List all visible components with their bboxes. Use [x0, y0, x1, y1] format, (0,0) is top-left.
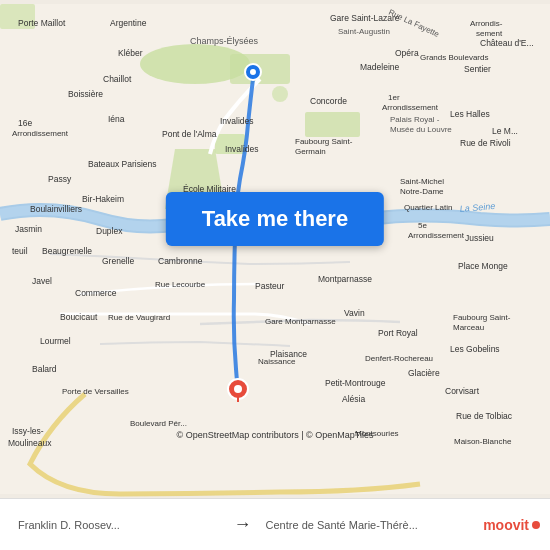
svg-text:Port Royal: Port Royal [378, 328, 418, 338]
svg-text:Balard: Balard [32, 364, 57, 374]
svg-text:Les Halles: Les Halles [450, 109, 490, 119]
svg-text:Porte de Versailles: Porte de Versailles [62, 387, 129, 396]
svg-text:5e: 5e [418, 221, 427, 230]
svg-text:Les Gobelins: Les Gobelins [450, 344, 500, 354]
svg-text:Musée du Louvre: Musée du Louvre [390, 125, 452, 134]
svg-text:Marceau: Marceau [453, 323, 484, 332]
svg-text:Palais Royal -: Palais Royal - [390, 115, 440, 124]
svg-point-12 [234, 385, 242, 393]
svg-text:Arrondis-: Arrondis- [470, 19, 503, 28]
svg-text:Grenelle: Grenelle [102, 256, 134, 266]
svg-text:Corvisart: Corvisart [445, 386, 480, 396]
svg-text:Boucicaut: Boucicaut [60, 312, 98, 322]
footer-from: Franklin D. Roosev... [10, 519, 228, 531]
svg-text:Concorde: Concorde [310, 96, 347, 106]
svg-rect-3 [305, 112, 360, 137]
svg-text:Invalides: Invalides [225, 144, 259, 154]
svg-text:Commerce: Commerce [75, 288, 117, 298]
svg-text:Rue de Rivoli: Rue de Rivoli [460, 138, 511, 148]
moovit-logo-container: moovit [475, 517, 540, 533]
svg-text:Rue de Vaugirard: Rue de Vaugirard [108, 313, 170, 322]
svg-text:Beaugrenelle: Beaugrenelle [42, 246, 92, 256]
svg-text:Jasmin: Jasmin [15, 224, 42, 234]
svg-text:Saint-Augustin: Saint-Augustin [338, 27, 390, 36]
svg-text:Faubourg Saint-: Faubourg Saint- [453, 313, 511, 322]
svg-text:Cambronne: Cambronne [158, 256, 203, 266]
moovit-dot [532, 521, 540, 529]
svg-text:Chaillot: Chaillot [103, 74, 132, 84]
svg-text:Notre-Dame: Notre-Dame [400, 187, 444, 196]
svg-text:Boulainvilliers: Boulainvilliers [30, 204, 82, 214]
svg-text:Lourmel: Lourmel [40, 336, 71, 346]
svg-text:Arrondissement: Arrondissement [408, 231, 465, 240]
svg-text:Opéra: Opéra [395, 48, 419, 58]
svg-text:Javel: Javel [32, 276, 52, 286]
svg-text:Alésia: Alésia [342, 394, 365, 404]
moovit-logo: moovit [483, 517, 540, 533]
svg-text:Jussieu: Jussieu [465, 233, 494, 243]
svg-text:Le M...: Le M... [492, 126, 518, 136]
svg-text:Madeleine: Madeleine [360, 62, 399, 72]
take-me-there-button[interactable]: Take me there [166, 192, 384, 246]
svg-text:sement: sement [476, 29, 503, 38]
to-destination: Centre de Santé Marie-Thérè... [266, 519, 468, 531]
map-area: La Seine [0, 0, 550, 498]
svg-text:Invalides: Invalides [220, 116, 254, 126]
svg-text:Rue de Tolbiac: Rue de Tolbiac [456, 411, 513, 421]
svg-text:Boissière: Boissière [68, 89, 103, 99]
svg-text:teuil: teuil [12, 246, 28, 256]
svg-text:Boulevard Pér...: Boulevard Pér... [130, 419, 187, 428]
footer-arrow: → [228, 514, 258, 535]
svg-text:Arrondissement: Arrondissement [12, 129, 69, 138]
svg-text:Pasteur: Pasteur [255, 281, 284, 291]
svg-text:Château d'E...: Château d'E... [480, 38, 534, 48]
svg-text:Glacière: Glacière [408, 368, 440, 378]
svg-text:Champs-Élysées: Champs-Élysées [190, 36, 259, 46]
svg-text:Quartier Latin: Quartier Latin [404, 203, 452, 212]
main-container: La Seine [0, 0, 550, 550]
svg-text:Saint-Michel: Saint-Michel [400, 177, 444, 186]
svg-text:Pont de l'Alma: Pont de l'Alma [162, 129, 217, 139]
footer-bar: Franklin D. Roosev... → Centre de Santé … [0, 498, 550, 550]
svg-text:Argentine: Argentine [110, 18, 147, 28]
map-attribution: © OpenStreetMap contributors | © OpenMap… [0, 430, 550, 440]
svg-text:16e: 16e [18, 118, 32, 128]
svg-text:Gare Montparnasse: Gare Montparnasse [265, 317, 336, 326]
svg-text:Montparnasse: Montparnasse [318, 274, 372, 284]
from-station: Franklin D. Roosev... [18, 519, 220, 531]
svg-text:Rue Lecourbe: Rue Lecourbe [155, 280, 206, 289]
moovit-text: moovit [483, 517, 529, 533]
svg-text:Duplex: Duplex [96, 226, 123, 236]
footer-to: Centre de Santé Marie-Thérè... [258, 519, 476, 531]
svg-text:Grands Boulevards: Grands Boulevards [420, 53, 488, 62]
svg-text:Arrondissement: Arrondissement [382, 103, 439, 112]
svg-text:Passy: Passy [48, 174, 72, 184]
svg-text:Kléber: Kléber [118, 48, 143, 58]
svg-text:Denfert-Rochereau: Denfert-Rochereau [365, 354, 433, 363]
svg-text:Porte Maillot: Porte Maillot [18, 18, 66, 28]
svg-text:Faubourg Saint-: Faubourg Saint- [295, 137, 353, 146]
svg-text:Iéna: Iéna [108, 114, 125, 124]
svg-point-7 [272, 86, 288, 102]
svg-text:Vavin: Vavin [344, 308, 365, 318]
svg-text:Germain: Germain [295, 147, 326, 156]
svg-text:Sentier: Sentier [464, 64, 491, 74]
svg-point-10 [250, 69, 256, 75]
svg-text:Naissance: Naissance [258, 357, 296, 366]
svg-text:Petit-Montrouge: Petit-Montrouge [325, 378, 386, 388]
svg-text:1er: 1er [388, 93, 400, 102]
button-overlay: Take me there [166, 192, 384, 246]
svg-text:Place Monge: Place Monge [458, 261, 508, 271]
svg-text:Bir-Hakeim: Bir-Hakeim [82, 194, 124, 204]
svg-text:Bateaux Parisiens: Bateaux Parisiens [88, 159, 157, 169]
